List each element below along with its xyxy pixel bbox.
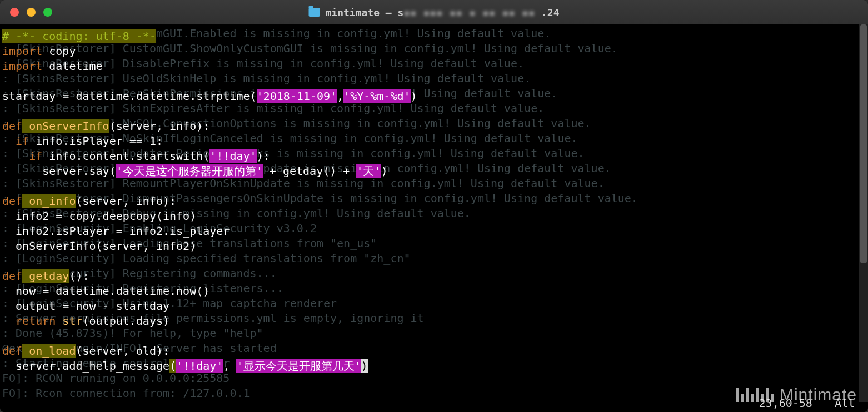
folder-icon	[309, 8, 320, 17]
terminal-window: mintimate — s▪▪ ▪▪▪ ▪▪ ▪ ▪▪ ▪▪ ▪▪ .24 : …	[0, 0, 868, 412]
window-title: mintimate — s▪▪ ▪▪▪ ▪▪ ▪ ▪▪ ▪▪ ▪▪ .24	[309, 7, 560, 18]
title-suffix: .24	[535, 7, 559, 18]
traffic-lights	[10, 8, 52, 17]
code-comment: # -*- coding: utf-8 -*-	[2, 29, 156, 43]
watermark-text: Mintimate	[780, 385, 857, 404]
bilibili-icon	[736, 388, 774, 402]
titlebar: mintimate — s▪▪ ▪▪▪ ▪▪ ▪ ▪▪ ▪▪ ▪▪ .24	[0, 0, 868, 24]
code-content: # -*- coding: utf-8 -*- import copy impo…	[2, 29, 866, 374]
title-prefix: mintimate — s	[326, 7, 404, 18]
minimize-button[interactable]	[27, 8, 36, 17]
close-button[interactable]	[10, 8, 19, 17]
cursor: )	[361, 359, 368, 373]
watermark: Mintimate	[736, 385, 857, 404]
terminal-body[interactable]: : [SkinsRestorer] CustomGUI.Enabled is m…	[0, 24, 868, 412]
maximize-button[interactable]	[43, 8, 52, 17]
title-blurred: ▪▪ ▪▪▪ ▪▪ ▪ ▪▪ ▪▪ ▪▪	[403, 7, 535, 18]
